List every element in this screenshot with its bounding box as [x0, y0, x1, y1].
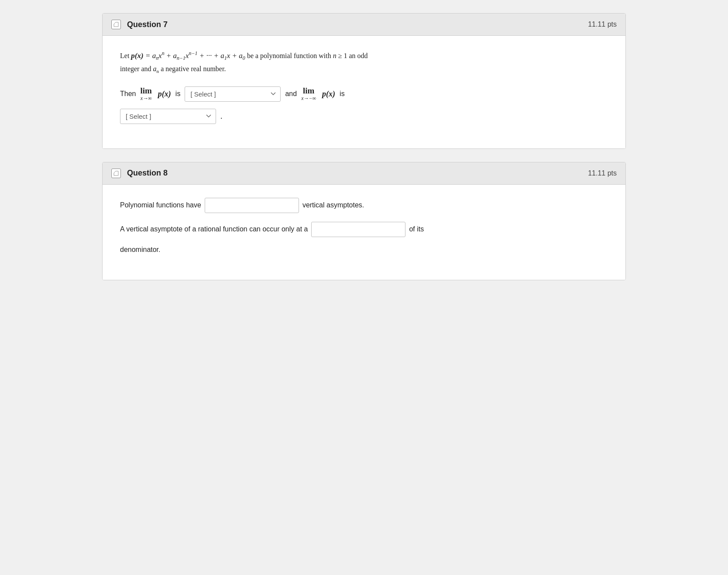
intro-be: be a polynomial function with n ≥ 1 an o…: [247, 52, 368, 59]
limit1-sub: x→∞: [141, 96, 152, 101]
q8-input1[interactable]: [205, 198, 299, 213]
question-7-block: Question 7 11.11 pts Let p(x) = anxn + a…: [102, 13, 626, 149]
q8-input2[interactable]: [311, 222, 405, 237]
select2-dropdown[interactable]: [ Select ] ∞ -∞ 0 1 -1: [120, 109, 216, 124]
question-7-header-left: Question 7: [111, 20, 168, 29]
svg-marker-1: [114, 171, 118, 176]
checkbox-8-icon: [113, 170, 119, 176]
question-8-block: Question 8 11.11 pts Polynomial function…: [102, 162, 626, 280]
then-text: Then: [120, 90, 136, 98]
q8-line1-container: Polynomial functions have vertical asymp…: [120, 198, 608, 213]
question-8-line2: A vertical asymptote of a rational funct…: [120, 222, 608, 254]
period: .: [220, 112, 223, 121]
and-text: and: [285, 90, 297, 98]
question-8-header-left: Question 8: [111, 169, 168, 178]
q8-line3-text: denominator.: [120, 246, 161, 253]
question-7-body: Let p(x) = anxn + an−1xn−1 + ··· + a1x +…: [103, 36, 625, 148]
limit2-sub: x→−∞: [301, 96, 316, 101]
q8-line2-before: A vertical asymptote of a rational funct…: [120, 223, 308, 236]
q8-line1-before: Polynomial functions have: [120, 199, 201, 212]
limit1-expr: lim x→∞: [140, 86, 151, 101]
question-7-checkbox[interactable]: [111, 20, 121, 29]
question-8-points: 11.11 pts: [588, 169, 617, 177]
question-7-header: Question 7 11.11 pts: [103, 14, 625, 36]
limit2-func: p(x): [322, 90, 335, 99]
q8-line1-after: vertical asymptotes.: [302, 199, 364, 212]
limit1-func: p(x): [158, 90, 171, 99]
is2-text: is: [340, 90, 345, 98]
question-8-body: Polynomial functions have vertical asymp…: [103, 185, 625, 280]
checkbox-icon: [113, 21, 119, 28]
question-7-points: 11.11 pts: [588, 21, 617, 28]
page-container: Question 7 11.11 pts Let p(x) = anxn + a…: [102, 13, 626, 280]
poly-formula: p(x) = anxn + an−1xn−1 + ··· + a1x + a0: [131, 52, 247, 60]
intro-let: Let: [120, 52, 131, 59]
select1-dropdown[interactable]: [ Select ] ∞ -∞ 0 1 -1: [185, 86, 281, 102]
question-7-limit1-row: Then lim x→∞ p(x) is [ Select ] ∞ -∞ 0 1…: [120, 86, 608, 102]
intro-integer: integer and an a negative real number.: [120, 65, 226, 72]
question-8-header: Question 8 11.11 pts: [103, 162, 625, 185]
svg-marker-0: [114, 22, 118, 27]
question-8-checkbox[interactable]: [111, 169, 121, 178]
question-8-line1: Polynomial functions have vertical asymp…: [120, 198, 608, 213]
limit1-label: lim: [140, 86, 151, 96]
q8-line3: denominator.: [120, 246, 608, 254]
question-7-intro-text: Let p(x) = anxn + an−1xn−1 + ··· + a1x +…: [120, 49, 608, 76]
question-8-title: Question 8: [127, 169, 168, 178]
question-7-limit2-row: [ Select ] ∞ -∞ 0 1 -1 .: [120, 109, 608, 124]
q8-line2-after: of its: [409, 223, 424, 236]
limit2-label: lim: [303, 86, 314, 96]
is1-text: is: [175, 90, 181, 98]
q8-line2-container: A vertical asymptote of a rational funct…: [120, 222, 608, 237]
limit2-expr: lim x→−∞: [301, 86, 316, 101]
question-7-title: Question 7: [127, 20, 168, 29]
